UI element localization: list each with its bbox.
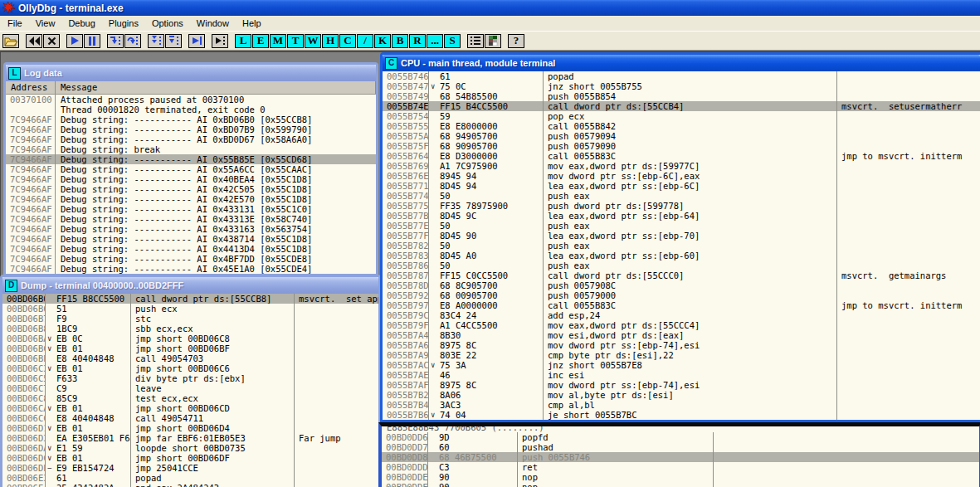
log-row[interactable]: 7C9466AFDebug string: ----------- AI 0x4… — [6, 234, 376, 244]
pause-button[interactable] — [84, 34, 100, 48]
menu-item-debug[interactable]: Debug — [61, 17, 101, 30]
disasm-row[interactable]: 0055B7B43AC3cmp al,bl — [383, 400, 980, 410]
disasm-row[interactable]: 00BD0DD69Dpopfd — [382, 432, 979, 442]
disasm-row[interactable]: 00BD0DDF90nop — [382, 482, 979, 487]
log-row[interactable]: 7C9466AFDebug string: ----------- AI 0xB… — [6, 134, 376, 144]
view-handles-button[interactable]: H — [322, 34, 339, 48]
view-log-button[interactable]: L — [235, 34, 251, 48]
disasm-row[interactable]: 0055B769A1 7C975900mov eax,dword ptr ds:… — [383, 161, 980, 171]
disasm-row[interactable]: 0055B75459pop ecx — [383, 111, 980, 121]
log-row[interactable]: 7C9466AFDebug string: ----------- AI 0x4… — [6, 204, 376, 214]
disasm-row[interactable]: 00BD06E361popad — [2, 473, 378, 483]
disasm-row[interactable]: 00BD06C885C9test ecx,ecx — [2, 393, 378, 403]
log-row[interactable]: 00370100Attached process paused at 00370… — [6, 95, 376, 105]
execute-till-return-button[interactable] — [188, 34, 205, 48]
disasm-row[interactable]: 0055B775FF35 78975900push dword ptr ds:[… — [383, 201, 980, 211]
menu-item-options[interactable]: Options — [145, 17, 190, 30]
disasm-row[interactable]: 0055B76E8945 94mov dword ptr ss:[ebp-6C]… — [383, 171, 980, 181]
disasm-row[interactable]: 0055B78250push eax — [383, 241, 980, 251]
disasm-row[interactable]: 00BD06DC∨EB 01jmp short 00BD06DF — [2, 453, 378, 463]
disasm-row[interactable]: 0055B7B28A06mov al,byte ptr ds:[esi] — [383, 390, 980, 400]
disasm-row[interactable]: 00BD06D1∨EB 01jmp short 00BD06D4 — [2, 423, 378, 433]
log-row[interactable]: 7C9466AFDebug string: ----------- AI 0x5… — [6, 154, 376, 164]
disasm-row[interactable]: 0055B7AC∨75 3Ajnz short 0055B7E8 — [383, 360, 980, 370]
log-row[interactable]: 7C9466AFDebug string: ----------- AI 0x5… — [6, 164, 376, 174]
disasm-row[interactable]: 0055B755E8 E8000000call 0055B842 — [383, 121, 980, 131]
disasm-row[interactable]: 0055B7A48B30mov esi,dword ptr ds:[eax] — [383, 330, 980, 340]
view-threads-button[interactable]: T — [287, 34, 304, 48]
disasm-row[interactable]: 0055B78650push eax — [383, 261, 980, 270]
view-executables-button[interactable]: E — [252, 34, 269, 48]
log-row[interactable]: 7C9466AFDebug string: ----------- AI 0x4… — [6, 244, 376, 254]
disasm-row[interactable]: 00BD0DD760pushad — [382, 442, 979, 452]
disasm-row[interactable]: 00BD0DDE90nop — [382, 472, 979, 482]
disasm-row[interactable]: 0055B787FF15 C0CC5500call dword ptr ds:[… — [383, 270, 980, 280]
disasm-row[interactable]: 0055B79268 00905700push 00579000 — [383, 290, 980, 300]
restart-button[interactable] — [26, 34, 42, 48]
disasm-row[interactable]: 0055B79C83C4 24add esp,24 — [383, 310, 980, 320]
disasm-row[interactable]: 0055B7718D45 94lea eax,dword ptr ss:[ebp… — [383, 181, 980, 191]
disasm-row[interactable]: 00BD06BA∨EB 0Cjmp short 00BD06C8 — [2, 334, 378, 343]
view-references-button[interactable]: R — [409, 34, 426, 48]
disasm-row[interactable]: 0055B77450push eax — [383, 191, 980, 201]
log-row[interactable]: 7C9466AFDebug string: ----------- AI 0x4… — [6, 184, 376, 194]
menu-item-file[interactable]: File — [1, 17, 29, 30]
log-window-titlebar[interactable]: L Log data — [6, 65, 376, 81]
disasm-row[interactable]: 0055B79FA1 C4CC5500mov eax,dword ptr ds:… — [383, 320, 980, 330]
dump-window-titlebar[interactable]: D Dump - terminal 00400000..00BD2FFF — [2, 277, 378, 294]
disasm-row[interactable]: 00BD06CA∨EB 01jmp short 00BD06CD — [2, 403, 378, 413]
log-row[interactable]: 7C9466AFDebug string: ----------- AI 0x4… — [6, 174, 376, 184]
menu-item-window[interactable]: Window — [190, 17, 236, 30]
disasm-row[interactable]: 0055B797E8 A0000000call 0055B83Cjmp to m… — [383, 300, 980, 310]
disasm-row[interactable]: 00BD0DD868 46B75500push 0055B746 — [382, 452, 979, 462]
disasm-row[interactable]: 00BD06BC∨EB 01jmp short 00BD06BF — [2, 343, 378, 353]
disasm-row[interactable]: 00BD06B0FF15 B8CC5500call dword ptr ds:[… — [2, 294, 378, 304]
log-row[interactable]: Thread 00001820 terminated, exit code 0 — [6, 105, 376, 114]
open-file-button[interactable] — [2, 34, 19, 48]
menu-item-plugins[interactable]: Plugins — [102, 17, 145, 30]
disasm-row[interactable]: 00BD06B81BC9sbb ecx,ecx — [2, 324, 378, 334]
disasm-row[interactable]: 0055B78D68 8C905700push 0057908C — [383, 280, 980, 290]
view-call-stack-button[interactable]: K — [374, 34, 391, 48]
disasm-row[interactable]: 00BD06DA∨E1 59loopde short 00BD0735 — [2, 443, 378, 453]
run-button[interactable] — [66, 34, 83, 48]
menu-item-view[interactable]: View — [29, 17, 62, 30]
disasm-row[interactable]: 0055B77F8D45 90lea eax,dword ptr ss:[ebp… — [383, 231, 980, 241]
window-titlebar[interactable]: OllyDbg - terminal.exe — [0, 0, 980, 16]
disasm-row[interactable]: 00BD06CCE8 40404848call 49054711 — [2, 413, 378, 423]
disasm-row[interactable]: 00BD06E425 4342482Aand eax,2A484243 — [2, 483, 378, 487]
disasm-row[interactable]: 00BD06C7C9leave — [2, 383, 378, 393]
go-to-button[interactable] — [212, 34, 228, 48]
log-column-message[interactable]: Message — [56, 81, 376, 94]
step-into-button[interactable] — [107, 34, 124, 48]
view-breakpoints-button[interactable]: B — [392, 34, 408, 48]
disasm-row[interactable]: 0055B77E50push eax — [383, 221, 980, 231]
log-row[interactable]: 7C9466AFDebug string: ----------- AI 0x4… — [6, 194, 376, 204]
disasm-row[interactable]: 0055B77B8D45 9Clea eax,dword ptr ss:[ebp… — [383, 211, 980, 221]
disasm-row[interactable]: 00BD06C3∨EB 01jmp short 00BD06C6 — [2, 363, 378, 373]
disasm-row[interactable]: 0055B74EFF15 B4CC5500call dword ptr ds:[… — [383, 101, 980, 111]
animate-over-button[interactable] — [165, 34, 182, 48]
disasm-row[interactable]: 0055B7A9803E 22cmp byte ptr ds:[esi],22 — [383, 350, 980, 360]
disasm-row[interactable]: 00BD06BEE8 40404848call 49054703 — [2, 353, 378, 363]
disasm-row[interactable]: 0055B74968 54B85500push 0055B854 — [383, 91, 980, 101]
disasm-row[interactable]: 0055B75F68 90905700push 00579090 — [383, 141, 980, 151]
view-run-trace-button[interactable]: ... — [427, 34, 443, 48]
disasm-row[interactable]: 0055B7838D45 A0lea eax,dword ptr ss:[ebp… — [383, 251, 980, 261]
disasm-row[interactable]: 00BD06D3EA E305EB01 F6EBjmp far EBF6:01E… — [2, 433, 378, 443]
close-process-button[interactable] — [43, 34, 60, 48]
disasm-row[interactable]: 00BD06DE−E9 EB154724jmp 25041CCE — [2, 463, 378, 473]
log-row[interactable]: 7C9466AFDebug string: ----------- AI 0xB… — [6, 124, 376, 134]
disasm-row[interactable]: 00BD06B7F9stc — [2, 314, 378, 324]
disasm-row[interactable]: 0055B74661popad — [383, 71, 980, 81]
disasm-row[interactable]: 0055B7AE46inc esi — [383, 370, 980, 380]
log-row[interactable]: 7C9466AFDebug string: ----------- AI 0x4… — [6, 264, 376, 274]
disasm-row[interactable]: 0055B747∨75 0Cjnz short 0055B755 — [383, 81, 980, 91]
disasm-row[interactable]: 00BD06B651push ecx — [2, 304, 378, 314]
windows-list-button[interactable] — [467, 34, 484, 48]
disasm-row[interactable]: 00BD06C5F633div byte ptr ds:[ebx] — [2, 373, 378, 383]
help-button[interactable]: ? — [508, 34, 524, 48]
disasm-row[interactable]: 0055B75A68 94905700push 00579094 — [383, 131, 980, 141]
log-row[interactable]: 7C9466AFDebug string: ----------- AI 0x4… — [6, 214, 376, 224]
log-row[interactable]: 7C9466AFDebug string: ----------- AI 0x4… — [6, 224, 376, 234]
